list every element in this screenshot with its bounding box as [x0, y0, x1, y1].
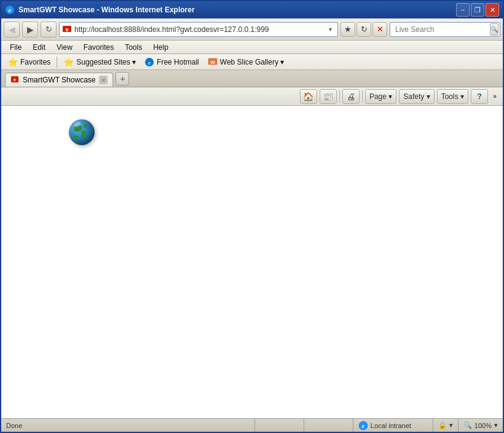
intranet-label: Local intranet	[371, 422, 411, 429]
browser-tab[interactable]: e SmartGWT Showcase ✕	[5, 73, 113, 87]
web-slice-icon: W	[208, 57, 218, 67]
safety-menu-button[interactable]: Safety ▾	[399, 89, 434, 104]
intranet-icon: e	[358, 421, 368, 431]
security-segment[interactable]: 🔒 ▾	[433, 419, 458, 432]
status-segment-1	[254, 419, 304, 432]
favorites-label: Favorites	[20, 58, 50, 66]
menu-edit[interactable]: Edit	[28, 42, 50, 53]
refresh-button[interactable]: ↻	[356, 22, 371, 37]
back-button[interactable]: ◀	[4, 22, 20, 38]
address-input[interactable]	[74, 25, 323, 34]
address-dropdown-button[interactable]: ▾	[325, 25, 335, 34]
free-hotmail-label: Free Hotmail	[157, 58, 199, 66]
security-icon: 🔒	[438, 421, 447, 429]
nav-icon-buttons: ★ ↻ ✕	[341, 22, 387, 37]
minimize-button[interactable]: −	[456, 3, 470, 17]
web-slice-button[interactable]: W Web Slice Gallery ▾	[205, 56, 286, 68]
zoom-dropdown[interactable]: ▾	[494, 421, 498, 429]
tools-menu-button[interactable]: Tools ▾	[437, 89, 468, 104]
address-ie-icon: e	[62, 25, 72, 34]
svg-text:e: e	[65, 26, 68, 33]
title-bar-left: e SmartGWT Showcase - Windows Internet E…	[5, 5, 195, 15]
content-area	[1, 106, 503, 418]
help-button[interactable]: ?	[471, 89, 488, 104]
stop-button[interactable]: ✕	[372, 22, 387, 37]
favorites-star-icon: ⭐	[7, 57, 18, 67]
ie-title-icon: e	[5, 5, 15, 15]
globe-land-2	[81, 130, 86, 138]
menu-tools[interactable]: Tools	[120, 42, 147, 53]
security-dropdown[interactable]: ▾	[449, 421, 453, 429]
menu-favorites[interactable]: Favorites	[79, 42, 119, 53]
tab-icon: e	[10, 76, 19, 84]
status-bar: Done e Local intranet 🔒 ▾ 🔍 100% ▾	[1, 418, 503, 432]
tab-label: SmartGWT Showcase	[23, 76, 95, 84]
favorites-star-button[interactable]: ★	[341, 22, 355, 37]
zoom-icon: 🔍	[463, 421, 472, 429]
globe-sphere	[69, 119, 95, 145]
page-toolbar: 🏠 📰 🖨 Page ▾ Safety ▾ Tools ▾ ? »	[1, 87, 503, 106]
zoom-segment[interactable]: 🔍 100% ▾	[458, 419, 503, 432]
menu-view[interactable]: View	[52, 42, 77, 53]
svg-text:e: e	[148, 60, 151, 66]
tab-bar: e SmartGWT Showcase ✕ +	[1, 70, 503, 87]
svg-text:e: e	[14, 77, 16, 82]
hotmail-icon: e	[144, 57, 154, 67]
navigation-bar: ◀ ▶ ↻ e ▾ ★ ↻ ✕ b 🔍	[1, 18, 503, 41]
tab-close-button[interactable]: ✕	[99, 76, 108, 84]
favorites-button[interactable]: ⭐ Favorites	[5, 56, 53, 68]
restore-button[interactable]: ❐	[471, 3, 484, 17]
menu-bar: File Edit View Favorites Tools Help	[1, 41, 503, 54]
search-go-button[interactable]: 🔍	[490, 23, 498, 36]
page-menu-button[interactable]: Page ▾	[365, 89, 396, 104]
status-text: Done	[1, 422, 254, 429]
title-bar-buttons: − ❐ ✕	[456, 3, 499, 17]
menu-help[interactable]: Help	[148, 42, 173, 53]
toolbar-separator-2	[362, 90, 363, 103]
free-hotmail-button[interactable]: e Free Hotmail	[142, 56, 202, 68]
zoom-label: 100%	[474, 422, 492, 429]
print-button[interactable]: 🖨	[342, 89, 360, 104]
globe-land-4	[72, 135, 79, 140]
title-bar: e SmartGWT Showcase - Windows Internet E…	[1, 1, 503, 18]
home-button[interactable]: 🏠	[300, 89, 317, 104]
favorites-bar: ⭐ Favorites ⭐ Suggested Sites ▾ e Free H…	[1, 54, 503, 70]
status-segment-2	[304, 419, 353, 432]
toolbar-separator-1	[339, 90, 340, 103]
new-tab-button[interactable]: +	[116, 72, 129, 85]
svg-text:e: e	[9, 6, 12, 14]
window-title: SmartGWT Showcase - Windows Internet Exp…	[18, 6, 195, 14]
toolbar-more-button[interactable]: »	[490, 89, 499, 104]
globe-land-3	[84, 124, 87, 128]
suggested-sites-icon: ⭐	[63, 57, 74, 67]
svg-text:W: W	[210, 60, 215, 65]
fav-separator-1	[57, 57, 57, 68]
search-input[interactable]	[395, 25, 487, 34]
web-slice-label: Web Slice Gallery ▾	[220, 58, 284, 66]
suggested-sites-button[interactable]: ⭐ Suggested Sites ▾	[61, 56, 138, 68]
suggested-sites-label: Suggested Sites ▾	[76, 58, 136, 66]
feeds-button[interactable]: 📰	[320, 89, 337, 104]
intranet-zone: e Local intranet	[353, 419, 433, 432]
menu-file[interactable]: File	[5, 42, 26, 53]
address-bar: e ▾	[59, 22, 338, 37]
close-button[interactable]: ✕	[486, 3, 499, 17]
forward-button[interactable]: ▶	[22, 22, 38, 38]
svg-text:e: e	[362, 423, 365, 429]
loading-globe	[69, 119, 95, 145]
status-segments: e Local intranet 🔒 ▾ 🔍 100% ▾	[254, 419, 503, 432]
browser-window: e SmartGWT Showcase - Windows Internet E…	[0, 0, 504, 433]
refresh-stop-button[interactable]: ↻	[41, 22, 57, 38]
search-bar: b 🔍	[390, 22, 500, 37]
